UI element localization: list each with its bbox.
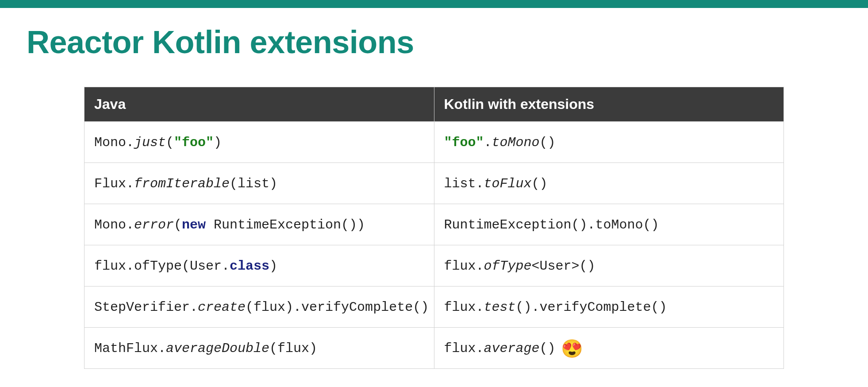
table-row: Mono.just("foo")"foo".toMono() <box>84 122 784 163</box>
cell-kotlin: RuntimeException().toMono() <box>434 204 784 245</box>
code-java: flux.ofType(User.class) <box>94 259 277 274</box>
code-kotlin: "foo".toMono() <box>444 135 556 150</box>
table-row: Mono.error(new RuntimeException())Runtim… <box>84 204 784 245</box>
comparison-table: Java Kotlin with extensions Mono.just("f… <box>84 87 784 369</box>
header-java: Java <box>84 87 434 122</box>
cell-java: Mono.just("foo") <box>84 122 434 163</box>
table-header-row: Java Kotlin with extensions <box>84 87 784 122</box>
code-kotlin: flux.average() <box>444 341 556 356</box>
table-row: Flux.fromIterable(list)list.toFlux() <box>84 163 784 204</box>
table-body: Mono.just("foo")"foo".toMono()Flux.fromI… <box>84 122 784 369</box>
cell-kotlin: flux.test().verifyComplete() <box>434 286 784 328</box>
heart-eyes-icon: 😍 <box>561 340 583 357</box>
cell-kotlin: list.toFlux() <box>434 163 784 204</box>
table-row: flux.ofType(User.class)flux.ofType<User>… <box>84 245 784 286</box>
code-kotlin: RuntimeException().toMono() <box>444 217 659 232</box>
header-kotlin: Kotlin with extensions <box>434 87 784 122</box>
code-java: Mono.error(new RuntimeException()) <box>94 217 365 232</box>
code-java: MathFlux.averageDouble(flux) <box>94 341 317 356</box>
table-row: MathFlux.averageDouble(flux)flux.average… <box>84 328 784 369</box>
top-accent-bar <box>0 0 868 8</box>
cell-kotlin: "foo".toMono() <box>434 122 784 163</box>
table-row: StepVerifier.create(flux).verifyComplete… <box>84 286 784 328</box>
cell-java: MathFlux.averageDouble(flux) <box>84 328 434 369</box>
code-kotlin: list.toFlux() <box>444 176 548 191</box>
cell-kotlin: flux.ofType<User>() <box>434 245 784 286</box>
cell-java: Flux.fromIterable(list) <box>84 163 434 204</box>
slide: Reactor Kotlin extensions Java Kotlin wi… <box>0 0 868 387</box>
slide-content: Reactor Kotlin extensions Java Kotlin wi… <box>0 8 868 387</box>
cell-kotlin: flux.average() 😍 <box>434 328 784 369</box>
code-kotlin: flux.test().verifyComplete() <box>444 300 667 315</box>
cell-java: StepVerifier.create(flux).verifyComplete… <box>84 286 434 328</box>
cell-java: Mono.error(new RuntimeException()) <box>84 204 434 245</box>
table-wrap: Java Kotlin with extensions Mono.just("f… <box>27 87 841 369</box>
slide-title: Reactor Kotlin extensions <box>27 24 841 60</box>
code-java: StepVerifier.create(flux).verifyComplete… <box>94 300 429 315</box>
cell-java: flux.ofType(User.class) <box>84 245 434 286</box>
code-java: Flux.fromIterable(list) <box>94 176 277 191</box>
code-kotlin: flux.ofType<User>() <box>444 259 595 274</box>
code-java: Mono.just("foo") <box>94 135 222 150</box>
